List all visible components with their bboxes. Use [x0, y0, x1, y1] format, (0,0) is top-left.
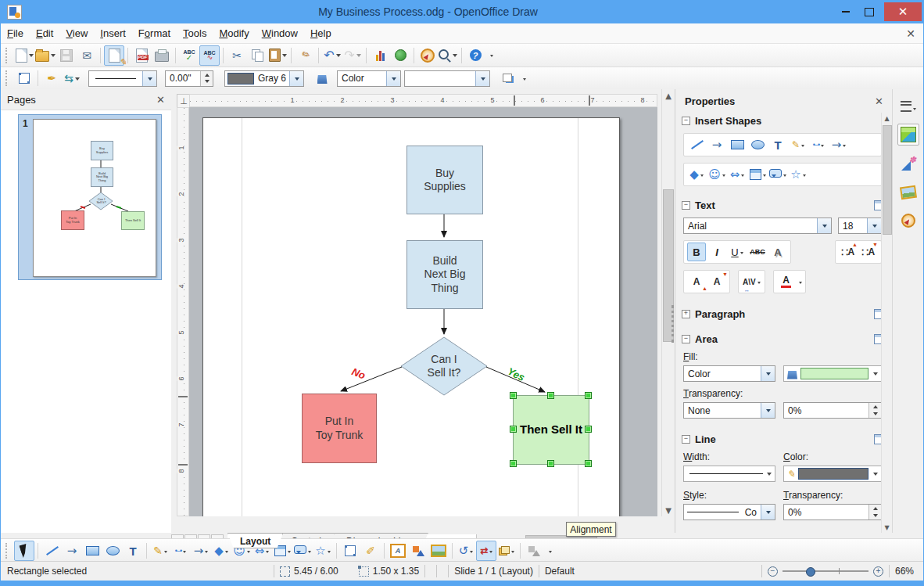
width-down-icon[interactable] — [201, 78, 213, 86]
sidebar-tab-styles[interactable] — [897, 182, 919, 203]
selection-handle[interactable] — [510, 392, 517, 399]
block-arrows-icon[interactable]: ⇔ — [728, 165, 747, 184]
close-document-icon[interactable]: ✕ — [906, 27, 915, 40]
collapse-icon[interactable]: − — [682, 435, 690, 444]
zoom-out-icon[interactable]: − — [768, 566, 778, 577]
line-section-header[interactable]: − Line — [675, 431, 893, 447]
gallery-button[interactable] — [390, 45, 410, 66]
line-transparency-stepper[interactable]: 0% — [783, 504, 882, 520]
edit-points-toggle[interactable] — [14, 68, 34, 88]
props-scroll-thumb[interactable] — [883, 125, 892, 235]
basic-shapes-button[interactable]: ◆ — [211, 541, 231, 561]
basic-shapes-icon[interactable]: ◆ — [687, 165, 706, 184]
menu-insert[interactable]: Insert — [94, 27, 132, 39]
collapse-icon[interactable]: − — [682, 335, 690, 343]
decrease-spacing-icon[interactable]: ⸬A▼ — [859, 243, 878, 261]
symbol-shapes-icon[interactable]: ☺ — [707, 165, 726, 184]
tab-layout[interactable]: Layout — [227, 533, 283, 548]
arrow-tool-icon[interactable]: → — [707, 135, 726, 154]
star-shapes-icon[interactable]: ☆ — [789, 165, 808, 184]
line-color-button[interactable]: ✎ — [783, 466, 882, 482]
from-file-button[interactable] — [408, 541, 428, 561]
zoom-button[interactable] — [438, 45, 458, 66]
zoom-slider-thumb[interactable] — [806, 567, 815, 577]
menu-help[interactable]: Help — [304, 27, 338, 39]
line-width-value[interactable]: 0.00" — [166, 73, 200, 84]
zoom-in-icon[interactable]: + — [873, 566, 883, 577]
lines-arrows-icon[interactable]: → — [829, 135, 848, 154]
ellipse-tool-button[interactable] — [102, 541, 123, 561]
copy-button[interactable] — [247, 45, 267, 66]
bold-button[interactable]: B — [687, 243, 706, 261]
edit-mode-button[interactable]: ✎ — [104, 45, 124, 66]
expand-icon[interactable]: + — [682, 310, 690, 318]
format-paintbrush-button[interactable]: ✎ — [295, 45, 315, 66]
line-color-select[interactable]: Gray 6 — [224, 70, 304, 87]
width-up-icon[interactable] — [201, 71, 213, 79]
line-transparency-down-icon[interactable] — [869, 512, 881, 520]
line-transparency-up-icon[interactable] — [869, 505, 881, 512]
collapse-icon[interactable]: − — [682, 201, 690, 210]
flowchart-node-then-sell-it[interactable]: Then Sell It — [513, 395, 589, 465]
area-fill-dropdown-icon[interactable] — [761, 366, 775, 381]
flowchart-node-put-in-toy-trunk[interactable]: Put In Toy Trunk — [302, 394, 377, 463]
help-button[interactable]: ? — [465, 45, 485, 66]
shadow-button[interactable]: A — [768, 243, 787, 261]
fill-style-button[interactable] — [312, 68, 332, 88]
sidebar-tab-properties[interactable] — [897, 124, 919, 146]
glue-points-button[interactable]: ✐ — [360, 541, 381, 561]
redo-button[interactable]: ↷ — [342, 45, 363, 66]
new-document-button[interactable] — [14, 45, 34, 66]
gallery-tool-button[interactable] — [428, 541, 449, 561]
vertical-scrollbar[interactable]: ▲ ▼ — [661, 89, 675, 516]
close-button[interactable]: ✕ — [884, 2, 922, 21]
decrease-font-icon[interactable]: A▼ — [707, 272, 726, 291]
font-size-select[interactable]: 18 — [838, 218, 882, 234]
line-color-dropdown-icon2[interactable] — [873, 473, 878, 478]
toolbar-grip[interactable] — [5, 70, 11, 86]
area-fill-color-dropdown-icon[interactable] — [873, 372, 878, 378]
fill-color-dropdown-icon[interactable] — [475, 71, 489, 86]
menu-tools[interactable]: Tools — [177, 27, 213, 39]
horizontal-ruler[interactable]: 1 2 3 4 5 6 7 8 — [189, 94, 657, 107]
ellipse-tool-icon[interactable] — [748, 135, 767, 154]
menu-view[interactable]: View — [59, 27, 94, 39]
vertical-ruler[interactable]: 1 2 3 4 5 6 7 8 — [177, 107, 189, 516]
styles-button[interactable]: ✒ — [41, 68, 62, 88]
paragraph-section-header[interactable]: + Paragraph — [675, 306, 893, 322]
area-section-header[interactable]: − Area — [675, 331, 893, 347]
shadow-toggle[interactable] — [498, 68, 518, 88]
menu-edit[interactable]: Edit — [30, 27, 59, 39]
text-section-header[interactable]: − Text — [675, 197, 893, 213]
export-pdf-button[interactable]: PDF — [131, 45, 152, 66]
flowchart-shapes-icon[interactable] — [748, 165, 767, 184]
transparency-stepper[interactable]: 0% — [783, 402, 882, 419]
scroll-down-icon[interactable]: ▼ — [662, 504, 675, 516]
menu-format[interactable]: Format — [132, 27, 177, 39]
props-scroll-down-icon[interactable]: ▼ — [882, 522, 892, 533]
select-tool-button[interactable] — [14, 541, 34, 561]
menu-file[interactable]: File — [1, 27, 30, 39]
properties-scrollbar[interactable]: ▲ ▼ — [881, 113, 893, 533]
line-style-dropdown-icon2[interactable] — [761, 505, 775, 519]
lines-arrows-button[interactable]: → — [191, 541, 211, 561]
toolbar-overflow-icon[interactable] — [490, 55, 493, 59]
alignment-button[interactable]: ⇄ — [476, 541, 496, 561]
fontwork-button[interactable]: A — [388, 541, 408, 561]
connector-tool-icon[interactable]: •–• — [809, 135, 828, 154]
underline-button[interactable]: U — [728, 243, 747, 261]
line-style-select2[interactable]: Co — [683, 504, 775, 520]
selection-handle[interactable] — [585, 460, 592, 467]
selection-handle[interactable] — [547, 392, 554, 399]
flowchart-node-can-i-sell-it[interactable]: Can I Sell It? — [409, 352, 479, 380]
fill-type-select[interactable]: Color — [337, 70, 401, 87]
page-thumbnail[interactable]: 1 Buy Supplies Build Next Big Thing Can … — [18, 114, 162, 280]
line-color-dropdown-icon[interactable] — [289, 71, 303, 86]
insert-shapes-section-header[interactable]: − Insert Shapes — [675, 113, 893, 128]
collapse-icon[interactable]: − — [682, 117, 690, 125]
toolbar-grip[interactable] — [5, 543, 11, 559]
line-tool-icon[interactable] — [687, 135, 706, 154]
edit-points-button[interactable] — [340, 541, 360, 561]
line-style-select[interactable] — [88, 70, 157, 87]
fill-color-select[interactable] — [404, 70, 490, 87]
